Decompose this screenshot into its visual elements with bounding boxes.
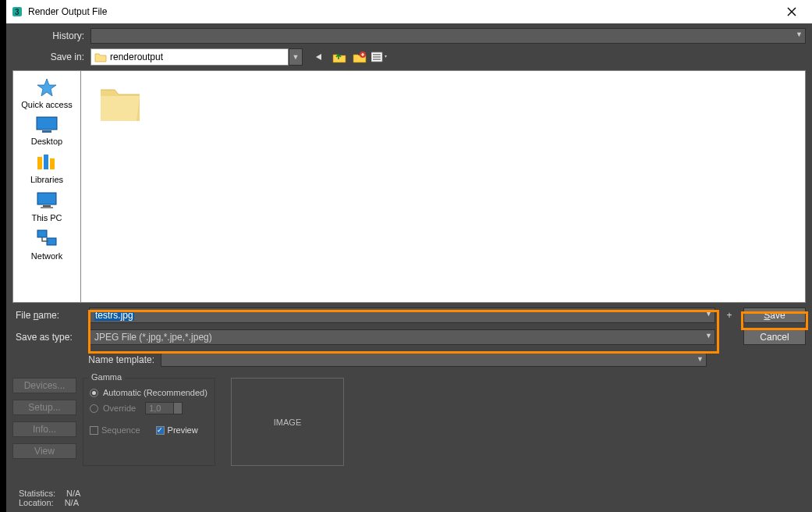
libraries-icon (35, 152, 59, 172)
place-label: This PC (31, 213, 62, 222)
history-row: History: ▼ (12, 28, 806, 44)
gamma-group: Gamma Automatic (Recommended) Override 1… (83, 378, 215, 466)
plus-button[interactable]: + (722, 308, 737, 323)
preview-checkbox[interactable]: ✓ Preview (156, 425, 198, 435)
savetype-row: Save as type: JPEG File (*.jpg,*.jpe,*.j… (12, 326, 806, 348)
svg-rect-10 (43, 205, 51, 207)
place-this-pc[interactable]: This PC (31, 190, 62, 222)
savetype-combo[interactable]: JPEG File (*.jpg,*.jpe,*.jpeg) ▼ (89, 329, 715, 345)
history-label: History: (12, 30, 90, 41)
places-bar: Quick access Desktop Libraries This PC N… (12, 70, 81, 303)
statistics-value: N/A (66, 489, 80, 498)
devices-button[interactable]: Devices... (12, 378, 76, 393)
filename-label: File name: (12, 310, 89, 321)
checkbox-off-icon (90, 426, 98, 435)
main-area: Quick access Desktop Libraries This PC N… (12, 70, 806, 303)
folder-item[interactable] (89, 79, 151, 127)
gamma-override-label: Override (103, 404, 136, 413)
setup-button[interactable]: Setup... (12, 400, 76, 415)
svg-rect-12 (37, 230, 47, 237)
svg-rect-5 (42, 130, 51, 133)
place-desktop[interactable]: Desktop (31, 116, 62, 146)
close-button[interactable] (776, 0, 807, 23)
checkbox-row: Sequence ✓ Preview (90, 425, 208, 435)
statistics-footer: Statistics:N/A Location:N/A (19, 489, 80, 507)
radio-off-icon (90, 404, 98, 413)
statistics-label: Statistics: (19, 489, 55, 498)
name-template-label: Name template: (12, 354, 161, 365)
lower-section: Devices... Setup... Info... View Gamma A… (12, 378, 806, 466)
location-label: Location: (19, 498, 54, 507)
sequence-checkbox[interactable]: Sequence (90, 425, 140, 435)
name-template-row: Name template: ▼ (12, 353, 806, 367)
info-button[interactable]: Info... (12, 421, 76, 437)
place-quick-access[interactable]: Quick access (21, 77, 72, 109)
image-preview-box: IMAGE (231, 378, 344, 466)
preview-label: Preview (168, 425, 198, 435)
place-label: Desktop (31, 137, 62, 146)
desktop-icon (35, 116, 59, 134)
window-title: Render Output File (28, 6, 776, 17)
svg-rect-11 (41, 207, 53, 208)
view-button[interactable]: View (12, 443, 76, 459)
savein-combo[interactable]: renderoutput (90, 48, 289, 66)
view-menu-button[interactable] (371, 48, 388, 66)
back-button[interactable] (310, 48, 328, 66)
gamma-automatic-label: Automatic (Recommended) (103, 388, 207, 397)
up-button[interactable] (331, 48, 348, 66)
chevron-down-icon: ▼ (705, 332, 712, 340)
star-icon (36, 77, 58, 98)
svg-rect-9 (37, 193, 56, 204)
svg-rect-6 (37, 157, 42, 169)
gamma-automatic-radio[interactable]: Automatic (Recommended) (90, 388, 208, 397)
name-template-combo[interactable]: ▼ (161, 353, 707, 367)
place-label: Quick access (21, 100, 72, 109)
file-pane[interactable] (81, 70, 806, 303)
location-value: N/A (65, 498, 79, 507)
checkbox-on-icon: ✓ (156, 426, 165, 435)
filename-value: testrs.jpg (94, 310, 134, 321)
dialog-window: 3 Render Output File History: ▼ Save in:… (6, 0, 812, 512)
chevron-down-icon: ▼ (705, 310, 712, 318)
filename-row: File name: testrs.jpg ▼ + Save (12, 304, 806, 326)
svg-text:3: 3 (15, 8, 20, 16)
radio-on-icon (90, 389, 98, 397)
folder-large-icon (96, 79, 144, 127)
gamma-legend: Gamma (88, 372, 125, 382)
network-icon (35, 229, 59, 249)
nav-icons (310, 48, 388, 66)
dialog-body: History: ▼ Save in: renderoutput ▼ (6, 23, 812, 471)
gamma-override-spinner[interactable]: 1,0 (145, 402, 183, 414)
gamma-override-radio[interactable]: Override 1,0 (90, 402, 208, 414)
filename-input[interactable]: testrs.jpg ▼ (89, 308, 715, 323)
savein-value: renderoutput (110, 52, 163, 62)
place-label: Network (31, 251, 62, 261)
sequence-label: Sequence (101, 425, 140, 435)
svg-rect-7 (44, 155, 48, 169)
place-label: Libraries (30, 175, 63, 184)
cancel-button[interactable]: Cancel (743, 329, 806, 345)
bottom-fields: File name: testrs.jpg ▼ + Save Save as t… (12, 304, 806, 348)
savetype-label: Save as type: (12, 332, 89, 343)
svg-rect-8 (50, 158, 55, 169)
savein-dropdown-button[interactable]: ▼ (289, 48, 303, 66)
pc-icon (35, 190, 59, 211)
new-folder-button[interactable] (351, 48, 368, 66)
savein-row: Save in: renderoutput ▼ (12, 48, 806, 66)
savetype-value: JPEG File (*.jpg,*.jpe,*.jpeg) (94, 332, 212, 343)
chevron-down-icon: ▼ (796, 30, 803, 38)
history-combo[interactable]: ▼ (90, 28, 806, 44)
folder-icon (94, 52, 107, 62)
place-network[interactable]: Network (31, 229, 62, 261)
savein-label: Save in: (12, 52, 90, 62)
left-buttons: Devices... Setup... Info... View (12, 378, 76, 466)
titlebar: 3 Render Output File (6, 0, 812, 23)
save-button[interactable]: Save (743, 308, 806, 323)
svg-rect-4 (37, 117, 57, 130)
place-libraries[interactable]: Libraries (30, 152, 63, 184)
app-icon: 3 (11, 5, 23, 18)
chevron-down-icon: ▼ (697, 355, 704, 363)
